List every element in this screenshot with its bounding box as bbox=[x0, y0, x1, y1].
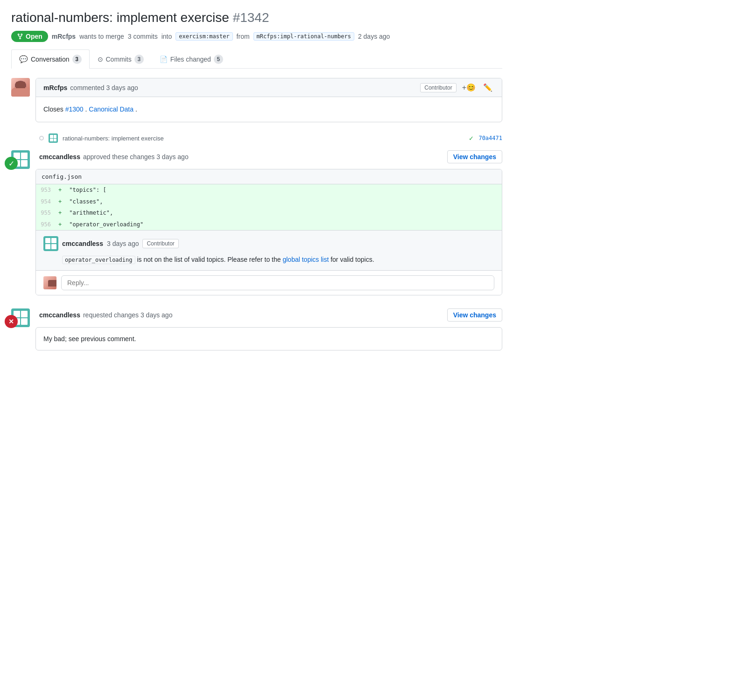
diff-line-content: "topics": [ bbox=[65, 184, 502, 196]
source-branch[interactable]: mRcfps:impl-rational-numbers bbox=[253, 32, 354, 41]
inline-code: operator_overloading bbox=[62, 256, 135, 264]
merge-icon bbox=[17, 33, 23, 40]
link-canonical-data[interactable]: Canonical Data bbox=[89, 105, 134, 113]
diff-filename: config.json bbox=[36, 169, 502, 184]
review-changes-header: cmccandless requested changes 3 days ago… bbox=[35, 308, 502, 322]
pr-author: mRcfps bbox=[52, 33, 76, 40]
commits-icon: ⊙ bbox=[98, 56, 103, 63]
inline-comment-body: operator_overloading is not on the list … bbox=[43, 255, 494, 265]
edit-button[interactable]: ✏️ bbox=[481, 82, 494, 93]
comment-header-mrcfps: mRcfps commented 3 days ago Contributor … bbox=[36, 78, 502, 97]
chat-icon: 💬 bbox=[19, 55, 28, 63]
into-text: into bbox=[162, 33, 172, 40]
comment-header-left: mRcfps commented 3 days ago bbox=[43, 84, 138, 91]
diff-plus-sign: + bbox=[55, 196, 65, 207]
target-branch[interactable]: exercism:master bbox=[176, 32, 232, 41]
review-approved-wrapper: ✓ cmccandless approved these changes 3 d… bbox=[11, 150, 502, 299]
link-1300[interactable]: #1300 bbox=[65, 105, 84, 113]
diff-line-num: 953 bbox=[36, 184, 55, 196]
pr-title-text: rational-numbers: implement exercise bbox=[11, 10, 229, 25]
tab-files-label: Files changed bbox=[170, 56, 211, 63]
reviewer-approved-time: approved these changes 3 days ago bbox=[83, 153, 189, 161]
reviewer-approved-author[interactable]: cmccandless bbox=[39, 153, 80, 161]
review-changes-header-left: cmccandless requested changes 3 days ago bbox=[39, 311, 172, 319]
tab-conversation[interactable]: 💬 Conversation 3 bbox=[11, 49, 90, 69]
review-approved-main: cmccandless approved these changes 3 day… bbox=[35, 150, 502, 299]
inline-comment-header: cmccandless 3 days ago Contributor bbox=[43, 236, 494, 251]
inline-commenter-time: 3 days ago bbox=[107, 240, 139, 247]
commits-count: 3 commits bbox=[128, 33, 158, 40]
content-area: mRcfps commented 3 days ago Contributor … bbox=[11, 78, 502, 358]
diff-table: 953 + "topics": [ 954 + "classes", 955 +… bbox=[36, 184, 502, 230]
pr-meta: Open mRcfps wants to merge 3 commits int… bbox=[11, 31, 502, 42]
view-changes-button-changes[interactable]: View changes bbox=[447, 308, 502, 322]
comment-author-mrcfps[interactable]: mRcfps bbox=[43, 84, 67, 91]
diff-line-num: 956 bbox=[36, 219, 55, 230]
diff-row: 956 + "operator_overloading" bbox=[36, 219, 502, 230]
comment-box-mrcfps: mRcfps commented 3 days ago Contributor … bbox=[35, 78, 502, 122]
bottom-comment-box: My bad; see previous comment. bbox=[35, 327, 502, 350]
diff-line-content: "operator_overloading" bbox=[65, 219, 502, 230]
commit-message: rational-numbers: implement exercise bbox=[63, 135, 164, 142]
body-closes-text: Closes bbox=[43, 105, 65, 113]
diff-plus-sign: + bbox=[55, 184, 65, 196]
changes-x-circle: ✕ bbox=[5, 315, 18, 328]
review-header-left: cmccandless approved these changes 3 day… bbox=[39, 153, 189, 161]
review-changes-wrapper: ✕ cmccandless requested changes 3 days a… bbox=[11, 308, 502, 350]
tabs-bar: 💬 Conversation 3 ⊙ Commits 3 📄 Files cha… bbox=[11, 49, 502, 69]
diff-block: config.json 953 + "topics": [ 954 + "cla… bbox=[35, 169, 502, 295]
reviewer-changes-author[interactable]: cmccandless bbox=[39, 311, 80, 319]
add-reaction-button[interactable]: +😊 bbox=[460, 82, 478, 93]
meta-text: wants to merge bbox=[79, 33, 124, 40]
global-topics-link[interactable]: global topics list bbox=[282, 256, 329, 263]
diff-plus-sign: + bbox=[55, 207, 65, 218]
diff-row: 955 + "arithmetic", bbox=[36, 207, 502, 218]
diff-line-num: 955 bbox=[36, 207, 55, 218]
inline-commenter-author[interactable]: cmccandless bbox=[62, 240, 103, 247]
comment-actions: Contributor +😊 ✏️ bbox=[420, 82, 494, 93]
diff-line-num: 954 bbox=[36, 196, 55, 207]
open-badge: Open bbox=[11, 31, 48, 42]
diff-line-content: "arithmetic", bbox=[65, 207, 502, 218]
pr-number: #1342 bbox=[233, 10, 269, 25]
inline-contributor-badge: Contributor bbox=[142, 239, 178, 248]
avatar-mrcfps bbox=[11, 78, 30, 97]
tab-commits[interactable]: ⊙ Commits 3 bbox=[90, 49, 152, 69]
reply-avatar bbox=[43, 276, 56, 289]
tab-files-count: 5 bbox=[214, 55, 223, 64]
status-text: Open bbox=[26, 33, 42, 40]
body-period: . bbox=[135, 105, 137, 113]
comment-body-mrcfps: Closes #1300 . Canonical Data . bbox=[36, 97, 502, 122]
timeline-avatar bbox=[49, 133, 58, 143]
timeline-commit: rational-numbers: implement exercise ✓ 7… bbox=[11, 130, 502, 147]
timeline-dot bbox=[39, 136, 44, 140]
from-text: from bbox=[237, 33, 250, 40]
reply-input[interactable] bbox=[61, 275, 494, 290]
comment-mrcfps: mRcfps commented 3 days ago Contributor … bbox=[11, 78, 502, 122]
contributor-badge: Contributor bbox=[420, 83, 456, 92]
file-icon: 📄 bbox=[160, 56, 168, 63]
inline-comment: cmccandless 3 days ago Contributor opera… bbox=[36, 230, 502, 270]
view-changes-button-approved[interactable]: View changes bbox=[447, 150, 502, 163]
tab-files-changed[interactable]: 📄 Files changed 5 bbox=[152, 49, 231, 69]
review-changes-main: cmccandless requested changes 3 days ago… bbox=[35, 308, 502, 350]
tab-commits-label: Commits bbox=[106, 56, 132, 63]
tab-conversation-label: Conversation bbox=[31, 56, 70, 63]
pr-title: rational-numbers: implement exercise #13… bbox=[11, 9, 502, 26]
pr-time-ago: 2 days ago bbox=[358, 33, 390, 40]
comment-time-mrcfps: commented 3 days ago bbox=[70, 84, 138, 91]
tab-conversation-count: 3 bbox=[72, 55, 82, 64]
diff-line-content: "classes", bbox=[65, 196, 502, 207]
diff-row: 953 + "topics": [ bbox=[36, 184, 502, 196]
diff-plus-sign: + bbox=[55, 219, 65, 230]
diff-row: 954 + "classes", bbox=[36, 196, 502, 207]
reviewer-changes-time: requested changes 3 days ago bbox=[83, 311, 172, 319]
reply-box bbox=[36, 270, 502, 295]
avatar-inline-commenter bbox=[43, 236, 58, 251]
bottom-comment-body: My bad; see previous comment. bbox=[36, 328, 502, 350]
tab-commits-count: 3 bbox=[134, 55, 144, 64]
bottom-comment-text: My bad; see previous comment. bbox=[43, 335, 136, 343]
inline-body-middle: is not on the list of valid topics. Plea… bbox=[137, 256, 282, 263]
commit-hash[interactable]: 70a4471 bbox=[478, 135, 502, 141]
check-icon: ✓ bbox=[469, 135, 474, 142]
